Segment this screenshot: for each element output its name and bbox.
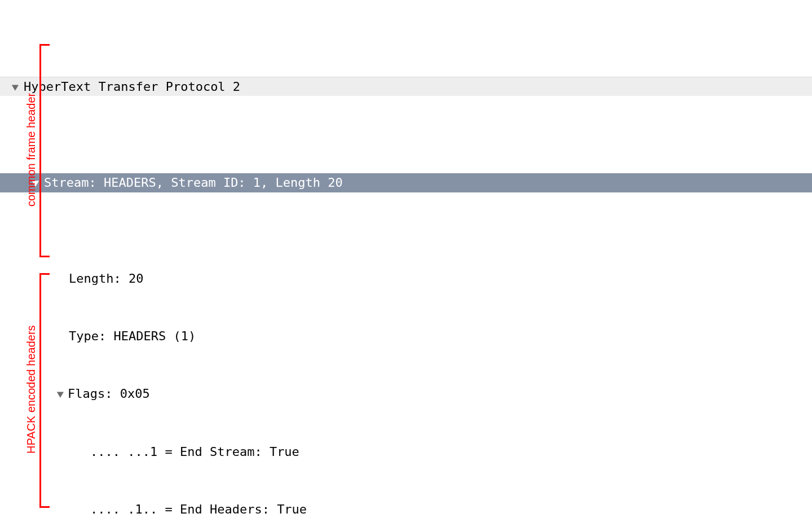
protocol-row[interactable]: ▼ HyperText Transfer Protocol 2 xyxy=(0,77,812,96)
chevron-down-icon: ▼ xyxy=(54,387,67,401)
annotation-common-frame-header: common frame header xyxy=(23,84,40,216)
stream-label: Stream: HEADERS, Stream ID: 1, Length 20 xyxy=(44,173,343,192)
flag-end-headers[interactable]: .... .1.. = End Headers: True xyxy=(0,500,812,519)
annotation-hpack-headers: HPACK encoded headers xyxy=(23,313,40,466)
stream-row[interactable]: ▼ Stream: HEADERS, Stream ID: 1, Length … xyxy=(0,173,812,192)
protocol-label: HyperText Transfer Protocol 2 xyxy=(24,77,240,96)
field-flags[interactable]: ▼ Flags: 0x05 xyxy=(0,385,812,404)
field-length[interactable]: Length: 20 xyxy=(0,269,812,288)
packet-tree: ▼ HyperText Transfer Protocol 2 ▼ Stream… xyxy=(0,0,812,531)
bracket-hpack-headers xyxy=(39,273,50,508)
chevron-down-icon: ▼ xyxy=(9,80,21,94)
bracket-common-frame-header xyxy=(39,44,50,257)
flag-end-stream[interactable]: .... ...1 = End Stream: True xyxy=(0,442,812,462)
flags-label: Flags: 0x05 xyxy=(68,384,150,403)
field-type[interactable]: Type: HEADERS (1) xyxy=(0,327,812,346)
